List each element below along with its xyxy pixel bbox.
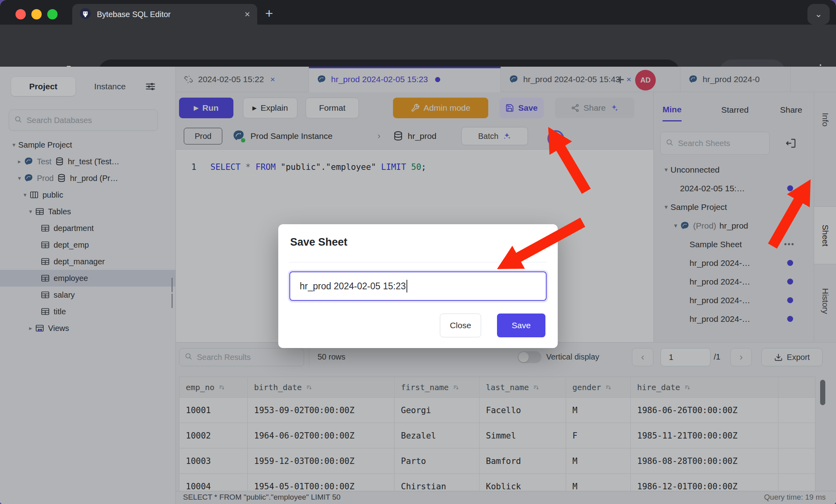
- tab-close-icon[interactable]: ×: [245, 9, 250, 20]
- save-sheet-dialog: Save Sheet × hr_prod 2024-02-05 15:23 Cl…: [278, 224, 558, 348]
- minimize-window-button[interactable]: [31, 9, 42, 19]
- browser-tab-title: Bytebase SQL Editor: [97, 10, 239, 19]
- tab-search-button[interactable]: ⌄: [807, 4, 830, 25]
- browser-tabstrip: Bytebase SQL Editor × + ⌄: [0, 0, 836, 25]
- dialog-save-button[interactable]: Save: [497, 314, 545, 337]
- dialog-close-button[interactable]: Close: [440, 314, 481, 337]
- browser-window: Bytebase SQL Editor × + ⌄ ← → ↻ localhos…: [0, 0, 836, 504]
- new-tab-icon[interactable]: +: [265, 6, 273, 20]
- browser-toolbar: ← → ↻ localhost:8080/sql-editor/prod-sam…: [0, 25, 836, 67]
- dialog-close-icon[interactable]: ×: [538, 237, 544, 250]
- close-window-button[interactable]: [15, 9, 26, 19]
- bytebase-favicon: [79, 8, 91, 21]
- dialog-title: Save Sheet: [290, 236, 347, 248]
- maximize-window-button[interactable]: [47, 9, 58, 19]
- text-caret: [406, 280, 407, 292]
- sheet-name-input[interactable]: hr_prod 2024-02-05 15:23: [289, 271, 547, 301]
- browser-tab[interactable]: Bytebase SQL Editor ×: [72, 4, 257, 25]
